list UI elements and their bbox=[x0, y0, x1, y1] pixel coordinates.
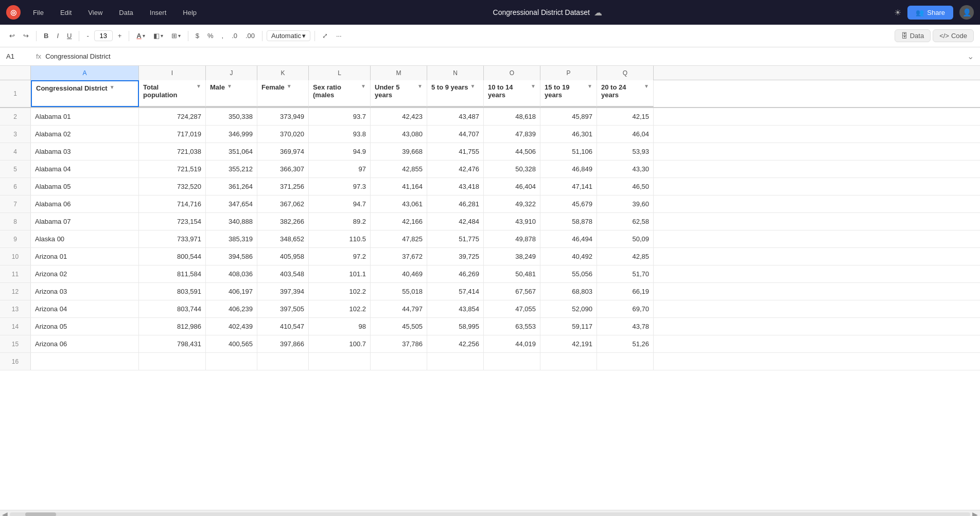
cell-16-m[interactable] bbox=[371, 353, 427, 370]
cell-6-i[interactable]: 732,520 bbox=[139, 178, 206, 195]
cell-8-n[interactable]: 42,484 bbox=[427, 213, 484, 230]
cell-3-k[interactable]: 370,020 bbox=[257, 126, 309, 143]
font-size-increase-button[interactable]: + bbox=[115, 30, 125, 42]
cell-12-m[interactable]: 55,018 bbox=[371, 283, 427, 300]
cell-9-n[interactable]: 51,775 bbox=[427, 230, 484, 247]
cell-10-a[interactable]: Arizona 01 bbox=[31, 248, 139, 265]
cell-12-q[interactable]: 66,19 bbox=[597, 283, 654, 300]
percent-button[interactable]: % bbox=[204, 30, 217, 42]
cell-8-p[interactable]: 58,878 bbox=[540, 213, 597, 230]
cell-4-j[interactable]: 351,064 bbox=[206, 143, 257, 160]
underline-button[interactable]: U bbox=[64, 30, 75, 42]
cell-7-j[interactable]: 347,654 bbox=[206, 195, 257, 212]
cell-16-o[interactable] bbox=[484, 353, 540, 370]
header-cell-j[interactable]: Male ▼ bbox=[206, 80, 257, 107]
cell-10-l[interactable]: 97.2 bbox=[309, 248, 371, 265]
cell-5-o[interactable]: 50,328 bbox=[484, 161, 540, 177]
cell-15-i[interactable]: 798,431 bbox=[139, 335, 206, 352]
menu-help[interactable]: Help bbox=[179, 7, 201, 19]
cell-12-o[interactable]: 67,567 bbox=[484, 283, 540, 300]
filter-k-icon[interactable]: ▼ bbox=[287, 83, 292, 89]
col-header-i[interactable]: I bbox=[139, 66, 206, 80]
cell-7-i[interactable]: 714,716 bbox=[139, 195, 206, 212]
cell-13-j[interactable]: 406,239 bbox=[206, 300, 257, 317]
user-avatar[interactable]: 👤 bbox=[959, 5, 974, 20]
header-cell-l[interactable]: Sex ratio (males ▼ bbox=[309, 80, 371, 107]
theme-toggle-icon[interactable]: ☀ bbox=[894, 8, 901, 17]
cell-6-q[interactable]: 46,50 bbox=[597, 178, 654, 195]
cell-2-j[interactable]: 350,338 bbox=[206, 108, 257, 125]
filter-j-icon[interactable]: ▼ bbox=[227, 83, 232, 89]
cell-8-l[interactable]: 89.2 bbox=[309, 213, 371, 230]
cell-9-o[interactable]: 49,878 bbox=[484, 230, 540, 247]
cell-5-l[interactable]: 97 bbox=[309, 161, 371, 177]
decimal-decrease-button[interactable]: .0 bbox=[229, 30, 240, 42]
cell-6-k[interactable]: 371,256 bbox=[257, 178, 309, 195]
cell-5-k[interactable]: 366,307 bbox=[257, 161, 309, 177]
cell-2-q[interactable]: 42,15 bbox=[597, 108, 654, 125]
cell-2-a[interactable]: Alabama 01 bbox=[31, 108, 139, 125]
cell-3-j[interactable]: 346,999 bbox=[206, 126, 257, 143]
cell-9-k[interactable]: 348,652 bbox=[257, 230, 309, 247]
cell-6-l[interactable]: 97.3 bbox=[309, 178, 371, 195]
cell-10-j[interactable]: 394,586 bbox=[206, 248, 257, 265]
cell-9-l[interactable]: 110.5 bbox=[309, 230, 371, 247]
menu-file[interactable]: File bbox=[29, 7, 48, 19]
cell-13-q[interactable]: 69,70 bbox=[597, 300, 654, 317]
cell-6-m[interactable]: 41,164 bbox=[371, 178, 427, 195]
cell-10-i[interactable]: 800,544 bbox=[139, 248, 206, 265]
cell-14-l[interactable]: 98 bbox=[309, 318, 371, 335]
cell-15-k[interactable]: 397,866 bbox=[257, 335, 309, 352]
scroll-left-icon[interactable]: ◀ bbox=[2, 510, 8, 517]
cell-14-a[interactable]: Arizona 05 bbox=[31, 318, 139, 335]
filter-q-icon[interactable]: ▼ bbox=[644, 83, 649, 89]
formula-expand-icon[interactable]: ⌄ bbox=[967, 51, 974, 61]
cell-7-q[interactable]: 39,60 bbox=[597, 195, 654, 212]
dollar-button[interactable]: $ bbox=[192, 30, 202, 42]
cell-2-k[interactable]: 373,949 bbox=[257, 108, 309, 125]
cell-5-n[interactable]: 42,476 bbox=[427, 161, 484, 177]
cell-11-p[interactable]: 55,056 bbox=[540, 265, 597, 282]
cell-5-m[interactable]: 42,855 bbox=[371, 161, 427, 177]
cell-6-o[interactable]: 46,404 bbox=[484, 178, 540, 195]
undo-button[interactable]: ↩ bbox=[6, 30, 18, 42]
cell-13-k[interactable]: 397,505 bbox=[257, 300, 309, 317]
cell-10-n[interactable]: 39,725 bbox=[427, 248, 484, 265]
cell-9-i[interactable]: 733,971 bbox=[139, 230, 206, 247]
cell-8-i[interactable]: 723,154 bbox=[139, 213, 206, 230]
cell-5-q[interactable]: 43,30 bbox=[597, 161, 654, 177]
cell-11-n[interactable]: 46,269 bbox=[427, 265, 484, 282]
cell-13-p[interactable]: 52,090 bbox=[540, 300, 597, 317]
share-button[interactable]: 👥 Share bbox=[907, 6, 953, 20]
cell-6-n[interactable]: 43,418 bbox=[427, 178, 484, 195]
cell-11-m[interactable]: 40,469 bbox=[371, 265, 427, 282]
font-size-input[interactable] bbox=[94, 30, 113, 41]
cell-15-p[interactable]: 42,191 bbox=[540, 335, 597, 352]
cell-2-m[interactable]: 42,423 bbox=[371, 108, 427, 125]
menu-insert[interactable]: Insert bbox=[146, 7, 171, 19]
cell-13-i[interactable]: 803,744 bbox=[139, 300, 206, 317]
bold-button[interactable]: B bbox=[41, 30, 51, 42]
cell-8-m[interactable]: 42,166 bbox=[371, 213, 427, 230]
cell-10-p[interactable]: 40,492 bbox=[540, 248, 597, 265]
cell-4-m[interactable]: 39,668 bbox=[371, 143, 427, 160]
header-cell-k[interactable]: Female ▼ bbox=[257, 80, 309, 107]
cell-12-i[interactable]: 803,591 bbox=[139, 283, 206, 300]
cell-11-i[interactable]: 811,584 bbox=[139, 265, 206, 282]
cell-12-n[interactable]: 57,414 bbox=[427, 283, 484, 300]
cell-13-o[interactable]: 47,055 bbox=[484, 300, 540, 317]
cell-9-q[interactable]: 50,09 bbox=[597, 230, 654, 247]
cell-11-j[interactable]: 408,036 bbox=[206, 265, 257, 282]
col-header-q[interactable]: Q bbox=[597, 66, 654, 80]
cell-15-a[interactable]: Arizona 06 bbox=[31, 335, 139, 352]
bg-color-button[interactable]: ◧ ▾ bbox=[150, 30, 166, 42]
cell-7-l[interactable]: 94.7 bbox=[309, 195, 371, 212]
decimal-increase-button[interactable]: .00 bbox=[242, 30, 258, 42]
cell-15-o[interactable]: 44,019 bbox=[484, 335, 540, 352]
cell-5-i[interactable]: 721,519 bbox=[139, 161, 206, 177]
cell-3-m[interactable]: 43,080 bbox=[371, 126, 427, 143]
filter-i-icon[interactable]: ▼ bbox=[196, 83, 201, 89]
menu-view[interactable]: View bbox=[84, 7, 107, 19]
cell-15-l[interactable]: 100.7 bbox=[309, 335, 371, 352]
header-cell-o[interactable]: 10 to 14 years ▼ bbox=[484, 80, 540, 107]
